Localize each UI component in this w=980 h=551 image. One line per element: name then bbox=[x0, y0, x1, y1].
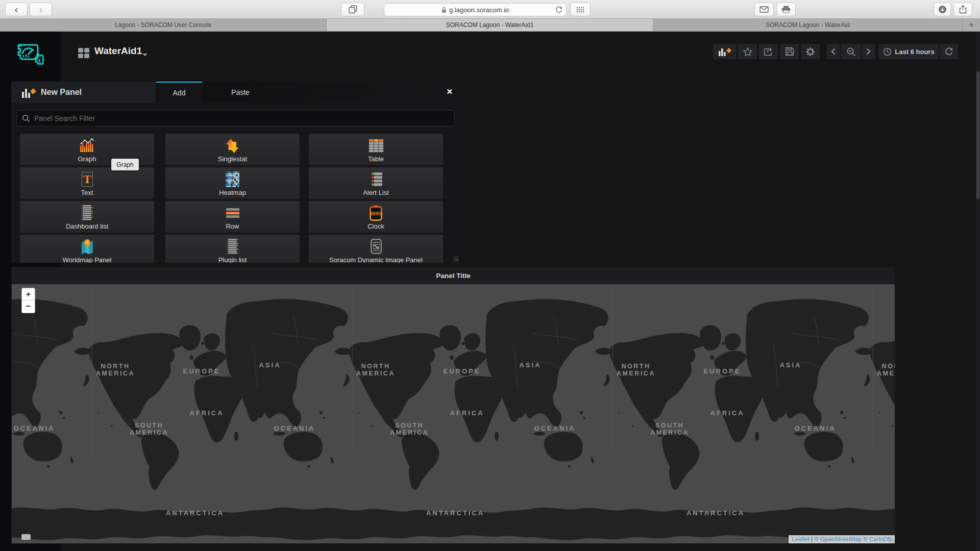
panel-type-label: Row bbox=[226, 222, 239, 230]
map-label-south-america: SOUTH AMERICA bbox=[385, 422, 434, 437]
attribution-text: | bbox=[810, 536, 814, 542]
attribution-text[interactable]: © OpenStreetMap bbox=[814, 536, 862, 542]
heatmap-icon bbox=[165, 169, 300, 189]
star-button[interactable] bbox=[738, 44, 757, 59]
reload-icon[interactable] bbox=[555, 6, 563, 15]
search-input[interactable] bbox=[34, 114, 449, 122]
panel-title[interactable]: Panel Title bbox=[12, 267, 895, 284]
new-panel-dialog: New Panel Add Paste ✕ Graph Singlestat bbox=[11, 82, 460, 263]
panel-type-card-worldmap-panel[interactable]: Worldmap Panel bbox=[20, 235, 154, 263]
panel-type-label: Text bbox=[81, 189, 93, 196]
panel-type-card-plugin-list[interactable]: Plugin list bbox=[165, 235, 300, 263]
attribution-text[interactable]: © CartoDB bbox=[862, 536, 892, 542]
map-label-europe: EUROPE bbox=[183, 367, 220, 375]
address-bar[interactable]: g.lagoon.soracom.io bbox=[384, 3, 567, 16]
lagoon-logo-icon[interactable] bbox=[15, 42, 45, 69]
share-panel-button[interactable] bbox=[759, 44, 778, 59]
map-label-north-america: NORTH AMERICA bbox=[351, 363, 400, 378]
download-icon bbox=[938, 5, 947, 14]
map-label-oceania: OCEANIA bbox=[274, 424, 315, 432]
panel-type-card-soracom-dynamic-image-panel[interactable]: Soracom Dynamic Image Panel bbox=[309, 235, 443, 263]
forward-button[interactable]: › bbox=[30, 3, 52, 16]
refresh-button[interactable] bbox=[940, 44, 958, 59]
worldmap-icon bbox=[20, 237, 154, 256]
panel-type-card-clock[interactable]: 8888Clock bbox=[309, 201, 443, 233]
map-attribution: Leaflet | © OpenStreetMap © CartoDB bbox=[789, 535, 895, 543]
tab-paste[interactable]: Paste bbox=[217, 82, 263, 103]
new-tab-button[interactable]: + bbox=[963, 19, 980, 31]
scrollbar-thumb[interactable] bbox=[976, 71, 979, 199]
alert-list-icon bbox=[309, 169, 443, 189]
panel-search bbox=[16, 110, 455, 127]
settings-gear-icon[interactable] bbox=[801, 44, 820, 59]
tab-groups-button[interactable] bbox=[570, 3, 591, 16]
dashboard-list-icon bbox=[20, 203, 154, 222]
browser-tab-active[interactable]: SORACOM Lagoon - WaterAid1 bbox=[327, 19, 653, 31]
panel-type-card-dashboard-list[interactable]: Dashboard list bbox=[20, 201, 154, 233]
panel-resize-handle[interactable] bbox=[890, 538, 894, 543]
panel-type-label: Clock bbox=[368, 222, 384, 230]
map-label-north-america: NORTH AMERICA bbox=[91, 363, 140, 378]
plugin-list-icon bbox=[165, 237, 300, 256]
url-text: g.lagoon.soracom.io bbox=[449, 6, 509, 14]
search-icon bbox=[22, 114, 30, 122]
map-label-africa: AFRICA bbox=[710, 409, 744, 417]
map-label-asia: ASIA bbox=[779, 361, 801, 369]
panel-type-label: Worldmap Panel bbox=[63, 256, 112, 263]
clock-icon bbox=[883, 47, 892, 56]
screen: ‹ › g.lagoon.soracom.io bbox=[0, 0, 980, 551]
map-label-south-america: SOUTH AMERICA bbox=[645, 422, 694, 437]
dashboard-header: WaterAid1 bbox=[61, 32, 976, 63]
dashboard-title[interactable]: WaterAid1 bbox=[94, 45, 142, 57]
attribution-text[interactable]: Leaflet bbox=[792, 536, 810, 542]
map-label-antarctica: ANTARCTICA bbox=[166, 509, 224, 517]
map-label-oceania: OCEANIA bbox=[534, 424, 576, 432]
chevron-down-icon[interactable] bbox=[142, 54, 148, 56]
share-button[interactable] bbox=[953, 3, 972, 16]
downloads-button[interactable] bbox=[934, 3, 951, 16]
browser-tab[interactable]: SORACOM Lagoon - WaterAid bbox=[653, 19, 963, 31]
browser-tab[interactable]: Lagoon - SORACOM User Console bbox=[0, 19, 327, 31]
time-range-label: Last 6 hours bbox=[895, 48, 934, 56]
zoom-out-button[interactable]: − bbox=[22, 300, 35, 313]
tab-title: Lagoon - SORACOM User Console bbox=[115, 21, 211, 29]
panel-type-card-singlestat[interactable]: Singlestat bbox=[165, 134, 300, 165]
add-panel-button[interactable] bbox=[713, 44, 737, 59]
panel-type-card-row[interactable]: Row bbox=[165, 201, 300, 233]
panel-type-card-alert-list[interactable]: Alert List bbox=[309, 167, 443, 199]
mail-button[interactable] bbox=[754, 3, 774, 16]
map-scale-badge[interactable] bbox=[21, 534, 31, 540]
close-icon[interactable]: ✕ bbox=[446, 87, 453, 96]
browser-tab-bar: Lagoon - SORACOM User Console SORACOM La… bbox=[0, 19, 980, 32]
tab-add[interactable]: Add bbox=[156, 82, 202, 103]
back-button[interactable]: ‹ bbox=[5, 3, 28, 16]
save-button[interactable] bbox=[780, 44, 799, 59]
map-zoom-control: + − bbox=[21, 288, 35, 313]
panel-type-label: Graph bbox=[78, 155, 96, 163]
map-label-north-america: NORTH AMERICA bbox=[611, 363, 660, 378]
page-scrollbar[interactable] bbox=[976, 32, 980, 551]
dialog-header: New Panel Add Paste ✕ bbox=[11, 82, 460, 103]
map-label-europe: EUROPE bbox=[704, 367, 741, 375]
time-range-button[interactable]: Last 6 hours bbox=[879, 44, 939, 59]
tab-overview-button[interactable] bbox=[341, 3, 364, 16]
row-icon bbox=[165, 203, 300, 222]
panel-type-card-heatmap[interactable]: Heatmap bbox=[165, 167, 300, 199]
printer-button[interactable] bbox=[776, 3, 796, 16]
svg-text:T: T bbox=[83, 172, 91, 186]
panel-type-card-table[interactable]: Table bbox=[309, 134, 443, 165]
panel-type-label: Alert List bbox=[363, 189, 389, 196]
map-label-oceania: OCEANIA bbox=[14, 424, 55, 432]
time-back-button[interactable] bbox=[827, 44, 840, 59]
soracom-image-icon bbox=[309, 237, 443, 256]
map-label-africa: AFRICA bbox=[450, 409, 484, 417]
panel-type-grid: Graph Singlestat Table TTextHeatmap Aler… bbox=[11, 134, 460, 263]
world-map[interactable]: NORTH AMERICAEUROPEASIAAFRICASOUTH AMERI… bbox=[12, 284, 895, 543]
zoom-in-button[interactable]: + bbox=[22, 288, 35, 300]
zoom-out-time-button[interactable] bbox=[841, 44, 861, 59]
dialog-resize-handle[interactable] bbox=[453, 256, 458, 261]
dashboard-picker-icon[interactable] bbox=[78, 48, 89, 60]
panel-type-card-text[interactable]: TText bbox=[20, 167, 154, 199]
panel-type-label: Dashboard list bbox=[66, 222, 108, 230]
time-forward-button[interactable] bbox=[862, 44, 875, 59]
